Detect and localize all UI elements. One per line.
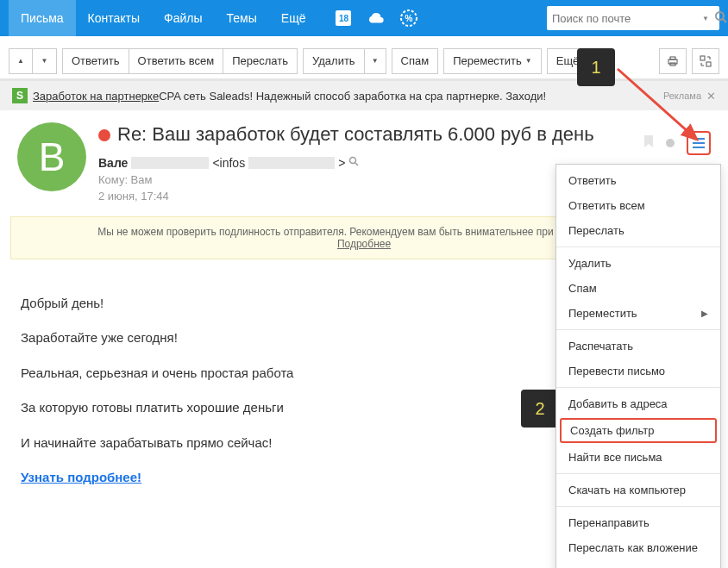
menu-move[interactable]: Переместить▶ xyxy=(556,301,720,326)
svg-rect-5 xyxy=(670,57,675,59)
sender-name: Вале xyxy=(98,156,128,170)
forward-button[interactable]: Переслать xyxy=(223,48,298,74)
nav-tab-mail[interactable]: Письма xyxy=(9,0,76,36)
sender-search-icon[interactable] xyxy=(348,156,359,169)
svg-point-10 xyxy=(350,158,356,164)
view-toggle-button[interactable] xyxy=(692,48,719,74)
reply-button[interactable]: Ответить xyxy=(62,48,129,74)
nav-tab-more[interactable]: Ещё xyxy=(269,0,318,36)
menu-reply-all[interactable]: Ответить всем xyxy=(556,193,720,218)
menu-forward-attach[interactable]: Переслать как вложение xyxy=(556,535,720,560)
nav-tab-files[interactable]: Файлы xyxy=(152,0,214,36)
discount-icon[interactable]: % xyxy=(400,9,417,27)
annotation-2: 2 xyxy=(521,390,559,428)
menu-create-filter[interactable]: Создать фильтр xyxy=(560,418,717,443)
body-link[interactable]: Узнать подробнее! xyxy=(21,470,141,484)
annotation-1: 1 xyxy=(577,48,615,86)
flag-icon[interactable] xyxy=(666,139,675,147)
ad-bar: S Заработок на партнерке CPA сеть Salead… xyxy=(0,81,728,110)
svg-point-2 xyxy=(716,12,724,20)
next-button[interactable]: ▼ xyxy=(33,48,57,74)
search-icon[interactable] xyxy=(714,10,728,27)
calendar-icon[interactable]: 18 xyxy=(335,9,352,27)
menu-add-contact[interactable]: Добавить в адреса xyxy=(556,391,720,416)
prev-button[interactable]: ▲ xyxy=(9,48,33,74)
svg-text:%: % xyxy=(405,14,413,23)
search-input[interactable] xyxy=(552,12,697,25)
reply-all-button[interactable]: Ответить всем xyxy=(129,48,224,74)
menu-separator xyxy=(556,387,720,388)
menu-separator xyxy=(556,329,720,330)
menu-separator xyxy=(556,247,720,247)
spam-button[interactable]: Спам xyxy=(392,48,439,74)
ad-link[interactable]: Заработок на партнерке xyxy=(33,90,159,103)
menu-forward[interactable]: Переслать xyxy=(556,218,720,243)
print-button[interactable] xyxy=(659,48,687,74)
menu-spam[interactable]: Спам xyxy=(556,276,720,301)
delete-button[interactable]: Удалить xyxy=(303,48,365,74)
subject: Re: Ваш заработок будет составлять 6.000… xyxy=(117,122,594,147)
delete-dropdown[interactable]: ▼ xyxy=(365,48,386,74)
svg-line-11 xyxy=(355,163,358,165)
svg-rect-7 xyxy=(700,56,705,60)
menu-redirect[interactable]: Перенаправить xyxy=(556,510,720,535)
nav-tab-themes[interactable]: Темы xyxy=(215,0,269,36)
redacted xyxy=(131,157,209,169)
redacted xyxy=(248,157,335,169)
warning-more-link[interactable]: Подробнее xyxy=(337,238,391,250)
menu-headers[interactable]: Служебные заголовки xyxy=(556,560,720,568)
menu-find-all[interactable]: Найти все письма xyxy=(556,445,720,470)
menu-reply[interactable]: Ответить xyxy=(556,168,720,193)
ad-badge-icon: S xyxy=(12,88,28,103)
menu-print[interactable]: Распечатать xyxy=(556,334,720,359)
move-button[interactable]: Переместить ▼ xyxy=(443,48,542,74)
bookmark-icon[interactable] xyxy=(643,134,654,152)
menu-download[interactable]: Скачать на компьютер xyxy=(556,477,720,502)
menu-separator xyxy=(556,506,720,507)
top-nav: Письма Контакты Файлы Темы Ещё 18 % ▼ xyxy=(0,0,728,36)
message-menu-button[interactable] xyxy=(687,131,711,155)
menu-delete[interactable]: Удалить xyxy=(556,251,720,276)
toolbar: ▲ ▼ Ответить Ответить всем Переслать Уда… xyxy=(0,36,728,81)
search-dropdown-icon[interactable]: ▼ xyxy=(702,15,709,22)
ad-close-icon[interactable]: ✕ xyxy=(706,90,716,103)
cloud-icon[interactable] xyxy=(367,9,385,27)
nav-tab-contacts[interactable]: Контакты xyxy=(76,0,152,36)
avatar: В xyxy=(17,122,86,191)
ad-text: CPA сеть Saleads! Надежный способ зарабо… xyxy=(159,90,546,103)
svg-line-3 xyxy=(723,19,726,22)
ad-label: Реклама xyxy=(663,91,701,101)
unread-dot-icon xyxy=(98,129,110,141)
svg-rect-8 xyxy=(706,62,711,66)
warning-text: Мы не можем проверить подлинность отправ… xyxy=(97,226,631,238)
message-context-menu: Ответить Ответить всем Переслать Удалить… xyxy=(555,164,721,568)
menu-translate[interactable]: Перевести письмо xyxy=(556,359,720,384)
menu-separator xyxy=(556,473,720,474)
sender-email-prefix: <infos xyxy=(212,156,245,170)
search-box[interactable]: ▼ xyxy=(547,6,719,30)
